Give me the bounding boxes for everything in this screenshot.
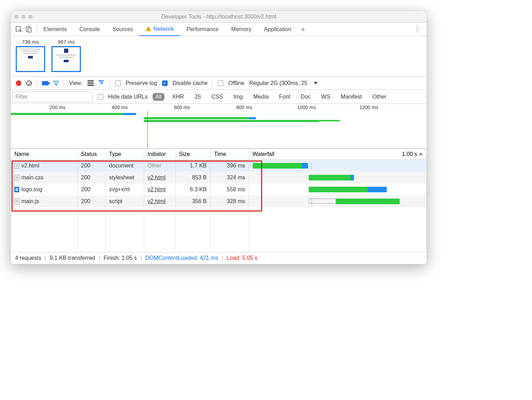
overview-timeline[interactable]: 200 ms 400 ms 600 ms 800 ms 1000 ms 1200… [11,104,427,149]
col-waterfall[interactable]: Waterfall 1.00 s [249,149,427,160]
hide-data-urls-checkbox[interactable] [98,94,103,100]
window-title: Developer Tools - http://localhost:3000/… [11,14,427,20]
cell-type: stylesheet [105,172,144,184]
cell-name: logo.svg [11,184,77,195]
table-row[interactable]: v2.html 200 document Other 1.7 KB 396 ms [11,160,427,172]
clear-icon[interactable] [26,80,32,86]
table-row[interactable]: main.css 200 stylesheet v2.html 853 B 32… [11,172,427,184]
cell-name: v2.html [11,160,77,172]
filter-type-other[interactable]: Other [370,93,389,101]
throttling-select[interactable]: Regular 2G (300ms, 25 [249,80,307,86]
status-requests: 4 requests [15,255,41,261]
separator [212,79,213,87]
file-icon [14,175,19,180]
cell-size: 853 B [175,172,210,184]
inspect-icon[interactable] [16,26,22,33]
tab-elements[interactable]: Elements [37,23,73,36]
filmstrip-frame[interactable]: 736 ms [16,39,45,72]
status-domcontentloaded: DOMContentLoaded: 421 ms [145,255,218,261]
filter-type-js[interactable]: JS [192,93,204,101]
filter-type-media[interactable]: Media [251,93,272,101]
offline-label: Offline [228,80,244,86]
cell-initiator[interactable]: v2.html [144,184,175,195]
cell-waterfall [249,195,427,207]
offline-checkbox[interactable] [218,80,223,86]
device-toggle-icon[interactable] [26,26,32,33]
warning-icon [146,26,151,31]
chevron-down-icon[interactable] [314,82,318,85]
filmstrip-frame[interactable]: 967 ms [51,39,81,72]
file-icon [14,187,19,192]
filter-type-font[interactable]: Font [276,93,293,101]
screenshot-icon[interactable] [42,81,48,85]
minimize-dot[interactable] [21,15,26,19]
zoom-dot[interactable] [28,15,33,19]
status-transferred: 9.1 KB transferred [50,255,95,261]
cell-time: 324 ms [210,172,249,184]
cell-size: 1.7 KB [175,160,210,172]
record-icon[interactable] [16,80,21,86]
filter-input[interactable]: Filter [12,92,93,102]
cell-status: 200 [77,195,105,207]
preserve-log-checkbox[interactable] [115,80,121,86]
filter-type-doc[interactable]: Doc [298,93,313,101]
tab-console[interactable]: Console [73,23,106,36]
cell-size: 6.3 KB [175,184,210,195]
cell-waterfall [249,184,427,195]
view-label: View: [69,80,83,86]
table-header-row: Name Status Type Initiator Size Time Wat… [11,149,427,160]
view-waterfall-icon[interactable] [99,80,105,86]
preserve-log-label: Preserve log [126,80,157,86]
cell-time: 396 ms [210,160,249,172]
file-icon [14,163,19,169]
file-icon [14,199,19,204]
cell-time: 558 ms [210,184,249,195]
status-load: Load: 5.05 s [226,255,257,261]
cell-name: main.js [11,195,77,207]
filter-type-ws[interactable]: WS [318,93,333,101]
tab-performance[interactable]: Performance [180,23,225,36]
hide-data-urls-label: Hide data URLs [108,94,148,100]
disable-cache-label: Disable cache [173,80,208,86]
col-name[interactable]: Name [11,149,77,160]
window-controls[interactable] [14,15,33,19]
col-time[interactable]: Time [210,149,249,160]
tabs-overflow[interactable]: » [298,26,308,33]
view-list-icon[interactable] [88,80,94,86]
frame-thumbnail[interactable] [16,46,45,72]
tab-memory[interactable]: Memory [225,23,258,36]
filter-type-css[interactable]: CSS [209,93,226,101]
frame-time: 736 ms [22,39,39,45]
filter-type-img[interactable]: Img [231,93,246,101]
tab-application[interactable]: Application [258,23,298,36]
col-size[interactable]: Size [175,149,210,160]
col-initiator[interactable]: Initiator [144,149,175,160]
status-finish: Finish: 1.05 s [104,255,137,261]
col-status[interactable]: Status [77,149,105,160]
close-dot[interactable] [14,15,19,19]
cell-initiator[interactable]: v2.html [144,172,175,184]
filmstrip: 736 ms 967 ms [11,36,427,77]
svg-rect-2 [28,28,31,32]
frame-time: 967 ms [57,39,75,45]
filter-icon[interactable] [53,81,59,86]
filter-type-manifest[interactable]: Manifest [338,93,365,101]
cell-initiator[interactable]: v2.html [144,195,175,207]
menu-kebab-icon[interactable]: ⋮ [411,26,424,33]
tab-network[interactable]: Network [139,23,180,36]
filter-type-all[interactable]: All [153,93,164,101]
col-type[interactable]: Type [105,149,144,160]
disable-cache-checkbox[interactable]: ✓ [162,80,168,86]
window-titlebar: Developer Tools - http://localhost:3000/… [11,11,427,23]
table-row[interactable]: main.js 200 script v2.html 356 B 328 ms [11,195,427,207]
cell-type: script [105,195,144,207]
tab-sources[interactable]: Sources [106,23,139,36]
cell-time: 328 ms [210,195,249,207]
dom-content-loaded-marker [147,111,148,148]
cell-type: svg+xml [105,184,144,195]
table-row[interactable]: logo.svg 200 svg+xml v2.html 6.3 KB 558 … [11,184,427,195]
cell-waterfall [249,160,427,172]
filter-type-xhr[interactable]: XHR [169,93,187,101]
separator [110,79,110,87]
frame-thumbnail[interactable] [51,46,81,72]
